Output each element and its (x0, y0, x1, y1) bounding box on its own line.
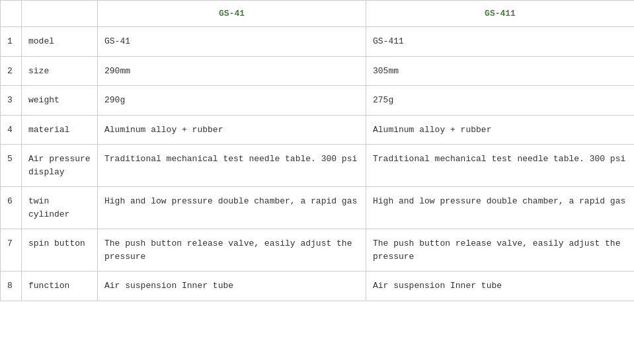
cell-num: 2 (1, 56, 22, 86)
cell-gs411-value: Traditional mechanical test needle table… (366, 145, 635, 187)
cell-label: material (22, 115, 98, 145)
cell-num: 4 (1, 115, 22, 145)
cell-gs411-value: GS-411 (366, 27, 635, 57)
cell-gs411-value: Air suspension Inner tube (366, 272, 635, 301)
table-row: 8functionAir suspension Inner tubeAir su… (1, 272, 635, 301)
cell-gs41-value: High and low pressure double chamber, a … (98, 187, 366, 229)
cell-label: Air pressure display (22, 145, 98, 187)
cell-num: 7 (1, 229, 22, 272)
cell-label: twin cylinder (22, 187, 98, 229)
cell-gs41-value: 290g (98, 86, 366, 116)
table-row: 2size290mm305mm (1, 56, 635, 86)
cell-gs411-value: 275g (366, 86, 635, 116)
table-row: 3weight290g275g (1, 86, 635, 116)
table-row: 5Air pressure displayTraditional mechani… (1, 145, 635, 187)
header-label (22, 1, 98, 27)
cell-gs411-value: High and low pressure double chamber, a … (366, 187, 635, 229)
table-row: 6twin cylinderHigh and low pressure doub… (1, 187, 635, 229)
cell-gs41-value: Aluminum alloy + rubber (98, 115, 366, 145)
cell-label: function (22, 272, 98, 301)
header-num (1, 1, 22, 27)
cell-gs41-value: The push button release valve, easily ad… (98, 229, 366, 272)
cell-num: 5 (1, 145, 22, 187)
cell-num: 8 (1, 272, 22, 301)
cell-num: 1 (1, 27, 22, 57)
cell-gs41-value: Traditional mechanical test needle table… (98, 145, 366, 187)
table-row: 4materialAluminum alloy + rubberAluminum… (1, 115, 635, 145)
table-row: 7spin buttonThe push button release valv… (1, 229, 635, 272)
cell-gs411-value: The push button release valve, easily ad… (366, 229, 635, 272)
comparison-table: GS-41 GS-411 1modelGS-41GS-4112size290mm… (0, 0, 634, 301)
header-gs411: GS-411 (366, 1, 635, 27)
cell-gs41-value: 290mm (98, 56, 366, 86)
cell-label: model (22, 27, 98, 57)
cell-gs411-value: Aluminum alloy + rubber (366, 115, 635, 145)
cell-label: weight (22, 86, 98, 116)
header-gs41: GS-41 (98, 1, 366, 27)
cell-label: spin button (22, 229, 98, 272)
cell-num: 6 (1, 187, 22, 229)
cell-label: size (22, 56, 98, 86)
cell-gs41-value: GS-41 (98, 27, 366, 57)
cell-num: 3 (1, 86, 22, 116)
cell-gs411-value: 305mm (366, 56, 635, 86)
cell-gs41-value: Air suspension Inner tube (98, 272, 366, 301)
table-row: 1modelGS-41GS-411 (1, 27, 635, 57)
table-header-row: GS-41 GS-411 (1, 1, 635, 27)
